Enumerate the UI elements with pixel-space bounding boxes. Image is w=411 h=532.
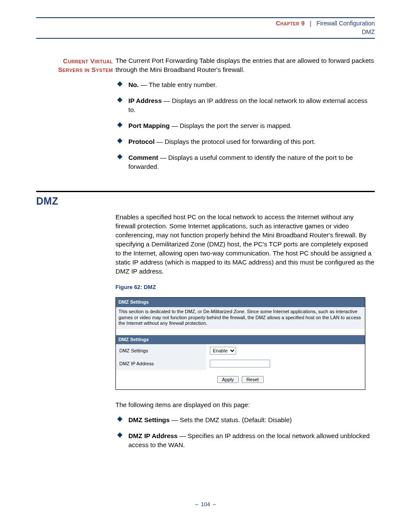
section-current-virtual-servers: Current Virtual Servers in System The Cu… [36, 56, 375, 178]
header-rule-bottom [36, 38, 375, 39]
page-number: 104 [201, 501, 210, 507]
diamond-icon: ◆ [117, 154, 122, 159]
dmz-settings-label: DMZ Settings [116, 344, 206, 357]
shot-bar-1: DMZ Settings [116, 298, 365, 307]
reset-button[interactable]: Reset [242, 376, 264, 383]
dmz-intro: Enables a specified host PC on the local… [115, 212, 375, 276]
section-divider [36, 191, 375, 192]
shot-description: This section is dedicated to the DMZ, or… [116, 307, 365, 329]
diamond-icon: ◆ [117, 81, 122, 86]
dmz-ip-input[interactable] [210, 360, 270, 367]
dmz-settings-table: DMZ Settings Enable DMZ IP Address [116, 344, 365, 370]
list-item: ◆Comment — Displays a useful comment to … [115, 153, 375, 171]
diamond-icon: ◆ [117, 97, 122, 102]
list-item: ◆DMZ Settings — Sets the DMZ status. (De… [115, 415, 375, 424]
margin-heading: Current Virtual Servers in System [36, 56, 113, 75]
chapter-title: Firewall Configuration [317, 20, 375, 27]
dmz-settings-select[interactable]: Enable [210, 347, 236, 355]
apply-button[interactable]: Apply [217, 376, 239, 383]
page-topic: DMZ [36, 28, 375, 37]
chapter-label: Chapter 9 [276, 20, 305, 27]
page-footer: –104– [36, 501, 375, 507]
list-item: ◆IP Address — Displays an IP address on … [115, 96, 375, 114]
section1-bullets: ◆No. — The table entry number. ◆IP Addre… [115, 80, 375, 171]
page-header: Chapter 9 | Firewall Configuration DMZ [36, 19, 375, 36]
figure-caption: Figure 62: DMZ [115, 283, 375, 291]
diamond-icon: ◆ [117, 122, 122, 127]
list-item: ◆No. — The table entry number. [115, 80, 375, 89]
header-rule-top [36, 17, 375, 18]
shot-bar-2: DMZ Settings [116, 335, 365, 344]
diamond-icon: ◆ [117, 432, 122, 437]
dmz-screenshot: DMZ Settings This section is dedicated t… [115, 297, 365, 389]
list-item: ◆Protocol — Displays the protocol used f… [115, 137, 375, 146]
section1-intro: The Current Port Forwarding Table displa… [115, 56, 375, 74]
header-separator: | [307, 20, 315, 27]
diamond-icon: ◆ [117, 138, 122, 143]
dmz-ip-label: DMZ IP Address [116, 357, 206, 370]
list-item: ◆DMZ IP Address — Specifies an IP addres… [115, 431, 375, 449]
list-item: ◆Port Mapping — Displays the port the se… [115, 121, 375, 130]
after-shot-text: The following items are displayed on thi… [115, 400, 375, 409]
diamond-icon: ◆ [117, 416, 122, 421]
section2-bullets: ◆DMZ Settings — Sets the DMZ status. (De… [115, 415, 375, 449]
section-title-dmz: DMZ [36, 196, 375, 207]
